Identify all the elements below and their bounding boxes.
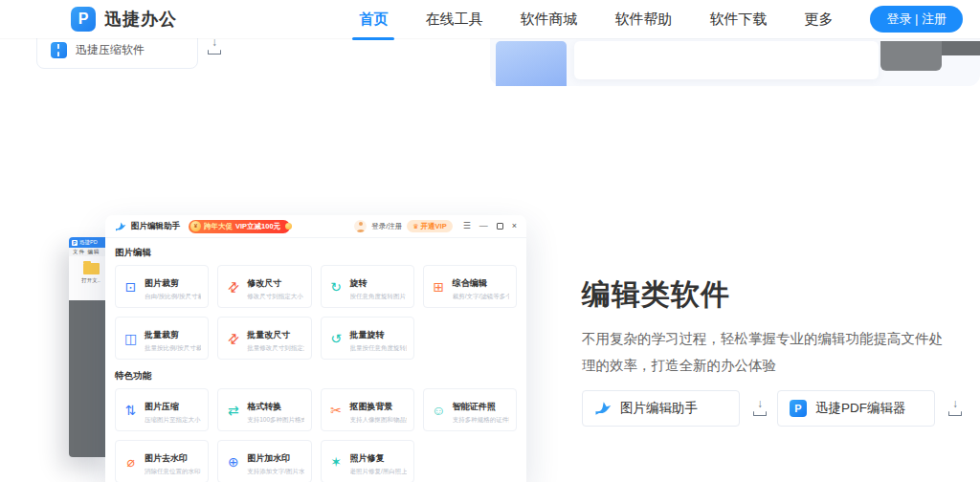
download-card-label: 图片编辑助手 xyxy=(620,400,698,417)
id-photo-icon: ☺ xyxy=(431,404,447,417)
cutout-background-icon: ✂ xyxy=(328,404,345,417)
download-card-label: 迅捷PDF编辑器 xyxy=(815,400,906,417)
feature-subtitle: 支持人像抠图和物品抠图 xyxy=(350,416,407,425)
pdf-logo-icon: P xyxy=(790,400,807,417)
zip-icon xyxy=(51,42,67,58)
download-card-pdf-editor[interactable]: P 迅捷PDF编辑器 xyxy=(777,390,935,427)
feature-card-composite-edit[interactable]: ⊞ 综合编辑裁剪/文字/滤镜等多个功能 xyxy=(423,265,517,308)
promo-highlight: 跨年大促 xyxy=(204,222,233,231)
maximize-icon[interactable] xyxy=(497,223,503,230)
peek-title: 迅捷PD xyxy=(79,239,98,246)
compress-icon: ⇅ xyxy=(122,404,139,417)
decorative-blue-square xyxy=(496,41,567,86)
section-header-special-features: 特色功能 xyxy=(115,370,517,383)
feature-card-batch-crop[interactable]: ◫ 批量裁剪批量按比例/按尺寸裁剪图片 xyxy=(115,317,209,360)
feature-card-cutout-background[interactable]: ✂ 抠图换背景支持人像抠图和物品抠图 xyxy=(321,388,414,431)
promo-text: VIP立减100元 xyxy=(235,222,280,231)
feature-subtitle: 支持100多种图片格式互转 xyxy=(247,416,303,425)
feature-title: 综合编辑 xyxy=(453,278,487,288)
feature-subtitle: 批量按比例/按尺寸裁剪图片 xyxy=(145,344,201,353)
image-editor-window: 图片编辑助手 ¥ 跨年大促 VIP立减100元 登录/注册 ♛ 开通VIP ☰ … xyxy=(105,215,526,482)
feature-subtitle: 老照片修复/黑白照上色等 xyxy=(350,468,407,476)
open-folder-icon xyxy=(83,263,100,274)
app-login-link[interactable]: 登录/注册 xyxy=(371,222,402,231)
feature-card-rotate[interactable]: ↻ 旋转按任意角度旋转图片 xyxy=(321,265,414,308)
page-title: 编辑类软件 xyxy=(582,275,730,315)
promo-banner[interactable]: ¥ 跨年大促 VIP立减100元 xyxy=(189,220,290,233)
nav-item-online-tools[interactable]: 在线工具 xyxy=(425,11,482,29)
nav-item-software-download[interactable]: 软件下载 xyxy=(709,11,767,29)
feature-title: 批量改尺寸 xyxy=(247,330,290,340)
resize-icon: ⇄ xyxy=(223,276,244,297)
feature-subtitle: 自由/按比例/按尺寸裁剪图片 xyxy=(145,293,201,301)
nav-item-more[interactable]: 更多 xyxy=(804,11,833,29)
bird-logo-icon xyxy=(594,400,612,417)
feature-card-id-photo[interactable]: ☺ 智能证件照支持多种规格的证件照 xyxy=(423,388,517,431)
download-icon[interactable]: ↓ xyxy=(947,401,963,416)
minimize-icon[interactable]: — xyxy=(479,222,488,230)
feature-title: 图片去水印 xyxy=(145,453,188,463)
feature-title: 格式转换 xyxy=(247,402,281,411)
batch-resize-icon: ⇄ xyxy=(223,328,244,349)
brand[interactable]: P 迅捷办公 xyxy=(71,7,177,32)
download-icon[interactable]: ↓ xyxy=(752,401,768,416)
coin-mini-icon xyxy=(285,223,292,230)
rotate-icon: ↻ xyxy=(328,280,345,294)
pdf-logo-icon: P xyxy=(72,240,78,246)
feature-subtitle: 压缩图片至指定大小 xyxy=(145,416,201,425)
feature-card-batch-resize[interactable]: ⇄ 批量改尺寸批量修改尺寸到指定大小 xyxy=(217,317,311,360)
format-convert-icon: ⇄ xyxy=(225,404,241,417)
section-description: 不用复杂的学习过程，轻松掌握专业的编辑功能提高文件处理的效率，打造全新的办公体验 xyxy=(582,325,947,379)
crown-icon: ♛ xyxy=(412,223,418,230)
brand-name: 迅捷办公 xyxy=(104,8,177,31)
composite-edit-icon: ⊞ xyxy=(431,280,447,294)
avatar[interactable] xyxy=(354,220,367,232)
download-icon[interactable]: ↓ xyxy=(207,39,222,55)
feature-subtitle: 按任意角度旋转图片 xyxy=(350,293,407,301)
download-card-image-editor[interactable]: 图片编辑助手 xyxy=(582,390,740,427)
feature-subtitle: 支持多种规格的证件照 xyxy=(453,416,509,425)
feature-title: 图片加水印 xyxy=(247,453,290,463)
feature-title: 抠图换背景 xyxy=(350,402,393,411)
compress-software-label: 迅捷压缩软件 xyxy=(76,41,145,58)
remove-watermark-icon: ⌀ xyxy=(122,455,139,469)
nav-item-software-store[interactable]: 软件商城 xyxy=(520,11,577,29)
top-nav: P 迅捷办公 首页 在线工具 软件商城 软件帮助 软件下载 更多 登录 | 注册 xyxy=(0,0,980,38)
feature-subtitle: 批量修改尺寸到指定大小 xyxy=(247,344,303,353)
feature-title: 批量裁剪 xyxy=(145,330,179,340)
app-title: 图片编辑助手 xyxy=(131,221,180,232)
decorative-dark-gray-block xyxy=(942,41,980,55)
brand-logo-icon: P xyxy=(71,7,96,32)
feature-title: 修改尺寸 xyxy=(247,278,281,288)
app-titlebar: 图片编辑助手 ¥ 跨年大促 VIP立减100元 登录/注册 ♛ 开通VIP ☰ … xyxy=(105,215,526,238)
feature-card-format-convert[interactable]: ⇄ 格式转换支持100多种图片格式互转 xyxy=(217,388,311,431)
feature-card-compress[interactable]: ⇅ 图片压缩压缩图片至指定大小 xyxy=(115,388,209,431)
feature-title: 图片压缩 xyxy=(145,402,179,411)
batch-crop-icon: ◫ xyxy=(122,332,139,345)
photo-repair-icon: ✶ xyxy=(328,455,345,469)
coin-icon: ¥ xyxy=(190,221,201,231)
feature-card-crop[interactable]: ⊡ 图片裁剪自由/按比例/按尺寸裁剪图片 xyxy=(115,265,209,308)
feature-title: 智能证件照 xyxy=(453,402,496,411)
decorative-white-card xyxy=(574,41,879,79)
feature-card-remove-watermark[interactable]: ⌀ 图片去水印消除任意位置的水印 xyxy=(115,440,209,482)
feature-card-batch-rotate[interactable]: ↺ 批量旋转批量按任意角度旋转图片 xyxy=(321,317,414,360)
feature-subtitle: 批量按任意角度旋转图片 xyxy=(350,344,407,353)
bird-logo-icon xyxy=(115,221,126,232)
nav-item-home[interactable]: 首页 xyxy=(359,11,388,29)
feature-card-photo-repair[interactable]: ✶ 照片修复老照片修复/黑白照上色等 xyxy=(321,440,414,482)
feature-card-resize[interactable]: ⇄ 修改尺寸修改尺寸到指定大小 xyxy=(217,265,311,308)
feature-subtitle: 消除任意位置的水印 xyxy=(145,468,201,476)
decorative-gray-block xyxy=(880,41,942,71)
login-register-button[interactable]: 登录 | 注册 xyxy=(870,6,963,33)
feature-subtitle: 裁剪/文字/滤镜等多个功能 xyxy=(453,293,509,301)
feature-title: 批量旋转 xyxy=(350,330,385,340)
menu-icon[interactable]: ☰ xyxy=(463,222,471,230)
crop-icon: ⊡ xyxy=(122,280,139,294)
close-icon[interactable]: × xyxy=(512,222,517,230)
feature-title: 图片裁剪 xyxy=(145,278,179,288)
nav-item-software-help[interactable]: 软件帮助 xyxy=(614,11,672,29)
open-vip-button[interactable]: ♛ 开通VIP xyxy=(407,220,452,232)
feature-card-add-watermark[interactable]: ⊕ 图片加水印支持添加文字/图片水印 xyxy=(217,440,311,482)
section-header-image-edit: 图片编辑 xyxy=(115,247,517,259)
